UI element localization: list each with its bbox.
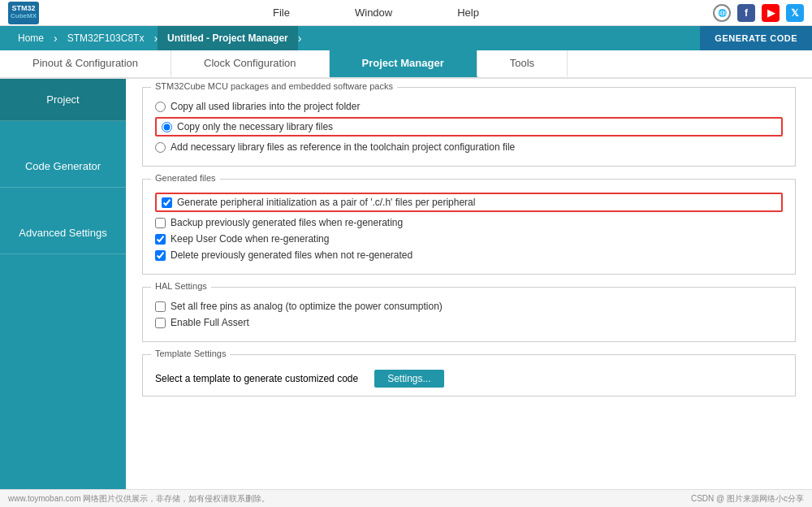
watermark-bar: www.toymoban.com 网络图片仅供展示，非存储，如有侵权请联系删除。… [0, 489, 812, 507]
logo-bottom: CubeMX [11, 13, 37, 20]
checkbox-delete-generated[interactable] [155, 250, 166, 261]
generated-files-title: Generated files [151, 173, 220, 183]
watermark-right: CSDN @ 图片来源网络小c分享 [691, 493, 804, 505]
template-label: Select a template to generate customized… [155, 373, 358, 384]
checkbox-full-assert[interactable] [155, 318, 166, 328]
social-icons: 🌐 f ▶ 𝕏 [713, 4, 804, 22]
checkbox-backup[interactable] [155, 218, 166, 228]
generate-code-button[interactable]: GENERATE CODE [700, 26, 812, 50]
hal-settings-section: HAL Settings Set all free pins as analog… [142, 287, 796, 342]
template-section-title: Template Settings [151, 349, 230, 358]
mcu-section-title: STM32Cube MCU packages and embedded soft… [151, 81, 397, 91]
main-area: Project Code Generator Advanced Settings… [0, 79, 812, 506]
menu-items: File Window Help [88, 6, 664, 19]
breadcrumb-project[interactable]: Untitled - Project Manager [158, 26, 298, 50]
checkbox-keep-user-code[interactable] [155, 234, 166, 245]
hal-options: Set all free pins as analog (to optimize… [155, 301, 783, 328]
breadcrumb-home[interactable]: Home [8, 26, 54, 50]
menu-window[interactable]: Window [355, 6, 392, 19]
breadcrumb-chip[interactable]: STM32F103C8Tx [58, 26, 154, 50]
facebook-icon[interactable]: f [737, 4, 755, 22]
app-logo: STM32 CubeMX [8, 2, 39, 24]
tab-pinout[interactable]: Pinout & Configuration [0, 50, 171, 77]
sidebar: Project Code Generator Advanced Settings [0, 79, 126, 506]
menu-file[interactable]: File [273, 6, 290, 19]
radio-copy-necessary-label[interactable]: Copy only the necessary library files [177, 121, 333, 132]
checkbox-free-pins-label[interactable]: Set all free pins as analog (to optimize… [171, 301, 443, 312]
radio-copy-necessary[interactable] [162, 122, 172, 132]
radio-item-copy-all: Copy all used libraries into the project… [155, 101, 783, 112]
radio-copy-all-label[interactable]: Copy all used libraries into the project… [171, 101, 360, 112]
tab-project-manager[interactable]: Project Manager [330, 50, 477, 77]
generated-files-options: Generate peripheral initialization as a … [155, 193, 783, 261]
tab-tools[interactable]: Tools [477, 50, 568, 77]
mcu-packages-section: STM32Cube MCU packages and embedded soft… [142, 87, 796, 167]
hal-section-title: HAL Settings [151, 281, 211, 291]
check-item-keep-user-code: Keep User Code when re-generating [155, 233, 783, 245]
check-item-delete-generated: Delete previously generated files when n… [155, 249, 783, 261]
sidebar-item-project[interactable]: Project [0, 79, 126, 121]
settings-button[interactable]: Settings... [374, 370, 443, 388]
youtube-icon[interactable]: ▶ [762, 4, 780, 22]
template-row: Select a template to generate customized… [155, 370, 783, 388]
checkbox-peripheral-init[interactable] [162, 197, 172, 208]
check-item-full-assert: Enable Full Assert [155, 317, 783, 328]
checkbox-full-assert-label[interactable]: Enable Full Assert [171, 317, 249, 328]
generated-files-section: Generated files Generate peripheral init… [142, 179, 796, 275]
content-area: STM32Cube MCU packages and embedded soft… [126, 79, 812, 506]
check-item-backup: Backup previously generated files when r… [155, 217, 783, 228]
mcu-options: Copy all used libraries into the project… [155, 101, 783, 153]
menu-help[interactable]: Help [457, 6, 479, 19]
radio-add-reference-label[interactable]: Add necessary library files as reference… [171, 141, 515, 153]
check-item-free-pins: Set all free pins as analog (to optimize… [155, 301, 783, 312]
checkbox-peripheral-init-label[interactable]: Generate peripheral initialization as a … [177, 197, 475, 208]
radio-add-reference[interactable] [155, 142, 166, 153]
twitter-icon[interactable]: 𝕏 [786, 4, 804, 22]
tab-clock[interactable]: Clock Configuration [171, 50, 329, 77]
check-item-peripheral-init: Generate peripheral initialization as a … [155, 193, 783, 212]
checkbox-free-pins[interactable] [155, 301, 166, 312]
template-settings-section: Template Settings Select a template to g… [142, 354, 796, 396]
checkbox-backup-label[interactable]: Backup previously generated files when r… [171, 217, 403, 228]
globe-icon[interactable]: 🌐 [713, 4, 731, 22]
breadcrumb-bar: Home › STM32F103C8Tx › Untitled - Projec… [0, 26, 812, 50]
radio-item-add-reference: Add necessary library files as reference… [155, 141, 783, 153]
menu-bar: STM32 CubeMX File Window Help 🌐 f ▶ 𝕏 [0, 0, 812, 26]
checkbox-keep-user-code-label[interactable]: Keep User Code when re-generating [171, 233, 329, 245]
sidebar-item-advanced-settings[interactable]: Advanced Settings [0, 212, 126, 254]
radio-copy-all[interactable] [155, 102, 166, 112]
tab-bar: Pinout & Configuration Clock Configurati… [0, 50, 812, 79]
sidebar-item-code-generator[interactable]: Code Generator [0, 145, 126, 188]
checkbox-delete-generated-label[interactable]: Delete previously generated files when n… [171, 249, 412, 261]
watermark-left: www.toymoban.com 网络图片仅供展示，非存储，如有侵权请联系删除。 [8, 493, 270, 505]
radio-item-copy-necessary: Copy only the necessary library files [155, 117, 783, 136]
